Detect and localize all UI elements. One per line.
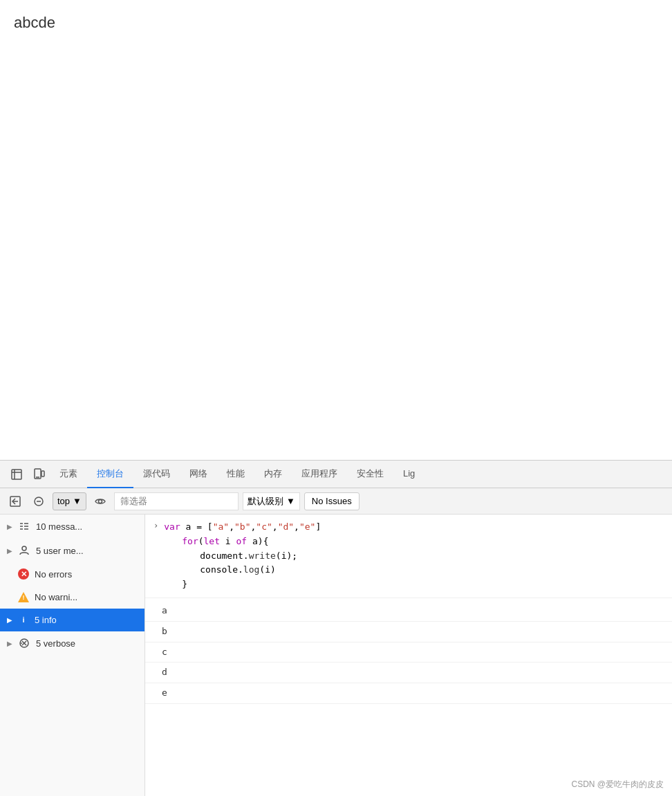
level-label: 默认级别 [248, 495, 283, 508]
filter-input[interactable] [114, 492, 239, 510]
console-output[interactable]: › var a = ["a","b","c","d","e"] for(let … [145, 515, 672, 796]
tab-application[interactable]: 应用程序 [292, 461, 347, 488]
arrow-placeholder: ▶ [7, 593, 12, 601]
info-icon: i [18, 614, 29, 625]
arrow-placeholder: ▶ [7, 571, 12, 578]
arrow-icon: ▶ [7, 547, 12, 555]
sidebar-item-errors[interactable]: ▶ ✕ No errors [0, 563, 144, 586]
tab-lighthouse[interactable]: Lig [393, 461, 424, 488]
sidebar-item-info[interactable]: ▶ i 5 info [0, 609, 144, 631]
svg-rect-4 [41, 471, 44, 476]
sidebar-item-user-messages[interactable]: ▶ 5 user me... [0, 539, 144, 563]
code-line-5: } [182, 577, 664, 592]
svg-point-21 [21, 642, 22, 644]
code-line-1: var a = ["a","b","c","d","e"] [164, 520, 664, 535]
warning-icon: ! [23, 594, 25, 601]
warnings-label: No warni... [35, 592, 138, 602]
sidebar-item-messages[interactable]: ▶ 10 messa... [0, 515, 144, 539]
user-icon [18, 544, 30, 557]
output-value-d: d [145, 663, 672, 683]
info-label: 5 info [35, 615, 138, 625]
no-issues-button[interactable]: No Issues [304, 492, 360, 510]
verbose-icon [18, 637, 30, 649]
console-code-block: › var a = ["a","b","c","d","e"] for(let … [145, 515, 672, 598]
tab-console[interactable]: 控制台 [87, 461, 133, 488]
arrow-icon: ▶ [7, 616, 12, 624]
top-label: top [57, 496, 70, 506]
verbose-label: 5 verbose [36, 638, 138, 649]
output-value-e: e [145, 683, 672, 704]
eye-icon[interactable] [91, 492, 110, 511]
output-value-c: c [145, 642, 672, 663]
watermark: CSDN @爱吃牛肉的皮皮 [571, 779, 664, 790]
output-value-b: b [145, 622, 672, 642]
level-selector[interactable]: 默认级别 ▼ [243, 492, 300, 510]
errors-label: No errors [35, 569, 138, 580]
page-content: abcde [0, 0, 672, 460]
code-line-4: console.log(i) [200, 563, 664, 577]
tab-security[interactable]: 安全性 [347, 461, 393, 488]
svg-rect-0 [12, 470, 21, 479]
console-arrow-icon: › [153, 520, 158, 530]
clear-button[interactable] [29, 492, 48, 511]
devtools-main: ▶ 10 messa... ▶ [0, 515, 672, 796]
device-icon[interactable] [28, 463, 50, 485]
sidebar-item-warnings[interactable]: ▶ ! No warni... [0, 586, 144, 609]
chevron-down-icon: ▼ [73, 496, 82, 506]
top-selector[interactable]: top ▼ [53, 492, 86, 510]
console-sidebar: ▶ 10 messa... ▶ [0, 515, 145, 796]
tab-sources[interactable]: 源代码 [133, 461, 180, 488]
level-arrow-icon: ▼ [286, 496, 295, 506]
devtools-toolbar: top ▼ 默认级别 ▼ No Issues [0, 488, 672, 515]
svg-point-10 [98, 499, 102, 503]
code-content: var a = ["a","b","c","d","e"] for(let i … [164, 520, 664, 592]
tab-network[interactable]: 网络 [180, 461, 217, 488]
list-icon [18, 520, 30, 533]
page-title: abcde [14, 14, 55, 31]
tab-elements[interactable]: 元素 [50, 461, 87, 488]
tab-memory[interactable]: 内存 [254, 461, 292, 488]
output-value-a: a [145, 601, 672, 622]
svg-point-17 [22, 546, 26, 550]
back-button[interactable] [6, 492, 25, 511]
devtools-panel: 元素 控制台 源代码 网络 性能 内存 应用程序 安全性 Lig top [0, 460, 672, 796]
devtools-tabs: 元素 控制台 源代码 网络 性能 内存 应用程序 安全性 Lig [0, 461, 672, 488]
code-line-3: document.write(i); [200, 549, 664, 564]
messages-label: 10 messa... [36, 521, 138, 532]
tab-performance[interactable]: 性能 [217, 461, 254, 488]
console-output-values: a b c d e [145, 598, 672, 707]
sidebar-item-verbose[interactable]: ▶ 5 verbose [0, 631, 144, 656]
code-line-2: for(let i of a){ [164, 535, 664, 549]
arrow-icon: ▶ [7, 640, 12, 647]
inspect-icon[interactable] [6, 463, 28, 485]
arrow-icon: ▶ [7, 523, 12, 530]
error-icon: ✕ [18, 568, 29, 580]
user-messages-label: 5 user me... [36, 546, 138, 556]
